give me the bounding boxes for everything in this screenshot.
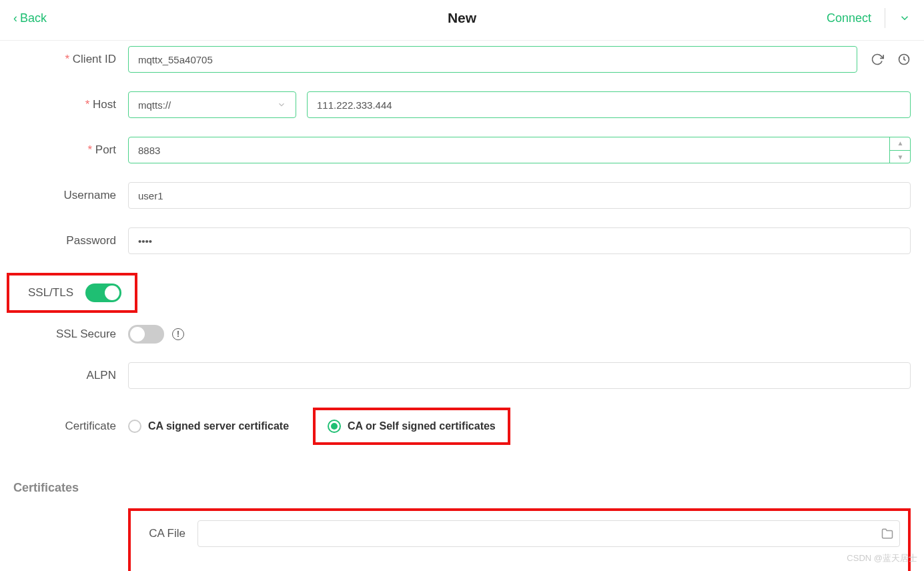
page-title: New [448,10,476,26]
row-ssl-tls: SSL/TLS [13,273,911,313]
back-label: Back [20,11,47,25]
label-certificate: Certificate [13,420,128,433]
certificates-section-title: Certificates [13,472,911,508]
radio-icon [128,420,141,433]
chevron-left-icon: ‹ [13,11,17,25]
ca-file-input[interactable] [197,520,900,547]
label-port: Port [13,143,128,157]
label-alpn: ALPN [13,369,128,382]
chevron-down-icon[interactable] [899,12,911,24]
row-host: Host mqtts:// [13,91,911,118]
header-bar: ‹ Back New Connect [0,0,924,41]
radio-ca-signed[interactable]: CA signed server certificate [128,420,289,433]
row-port: Port ▲ ▼ [13,137,911,163]
label-ssl-tls: SSL/TLS [13,286,85,300]
username-input[interactable] [128,182,911,209]
protocol-value: mqtts:// [138,99,171,111]
radio-label-self-signed: CA or Self signed certificates [348,420,496,432]
form-content: Client ID Host mqtts:// Port [0,41,924,571]
divider [885,8,885,28]
highlight-ssl-tls: SSL/TLS [7,273,137,313]
alpn-input[interactable] [128,362,911,389]
label-host: Host [13,98,128,111]
ssl-tls-toggle[interactable] [85,283,121,302]
refresh-icon[interactable] [871,53,884,66]
chevron-down-icon [277,100,286,109]
client-id-input[interactable] [128,46,857,73]
radio-icon [328,420,341,433]
info-icon[interactable]: ! [172,328,184,340]
host-input[interactable] [307,91,911,118]
toggle-knob [105,286,119,300]
port-input[interactable] [128,137,911,163]
label-password: Password [13,234,128,247]
row-certificate: Certificate CA signed server certificate… [13,408,911,445]
highlight-ca-file: CA File [128,508,911,571]
connect-button[interactable]: Connect [827,11,871,25]
row-client-id: Client ID [13,46,911,73]
row-alpn: ALPN [13,362,911,389]
port-stepper[interactable]: ▲ ▼ [889,137,911,163]
header-actions: Connect [827,8,911,28]
row-username: Username [13,182,911,209]
password-input[interactable] [128,227,911,254]
row-ssl-secure: SSL Secure ! [13,325,911,344]
folder-icon[interactable] [881,528,893,540]
label-ca-file: CA File [139,527,185,540]
label-ssl-secure: SSL Secure [13,328,128,341]
row-password: Password [13,227,911,254]
port-down-icon[interactable]: ▼ [890,151,911,164]
toggle-knob [130,327,145,342]
protocol-select[interactable]: mqtts:// [128,91,296,118]
label-client-id: Client ID [13,53,128,66]
port-up-icon[interactable]: ▲ [890,137,911,151]
highlight-self-signed: CA or Self signed certificates [313,408,510,445]
ssl-secure-toggle[interactable] [128,325,164,344]
radio-label-ca-signed: CA signed server certificate [148,420,289,432]
radio-self-signed[interactable]: CA or Self signed certificates [328,420,496,433]
history-icon[interactable] [897,53,911,66]
back-button[interactable]: ‹ Back [13,11,47,25]
label-username: Username [13,189,128,202]
